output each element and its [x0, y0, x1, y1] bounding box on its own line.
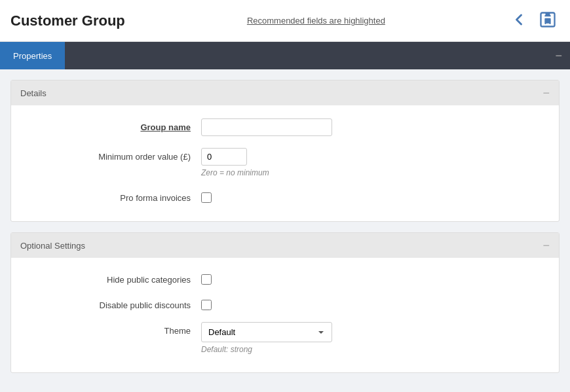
theme-select-wrapper: Default	[201, 322, 539, 342]
details-section-body: Group name Minimum order value (£) Zero …	[11, 105, 559, 221]
tab-bar: Properties −	[0, 42, 570, 69]
back-button[interactable]	[507, 8, 531, 33]
optional-settings-header: Optional Settings −	[11, 233, 559, 258]
header-hint: Recommended fields are highlighted	[247, 16, 385, 26]
group-name-control	[201, 118, 539, 136]
hide-categories-label: Hide public categories	[31, 271, 201, 285]
pro-forma-label: Pro forma invoices	[31, 189, 201, 203]
theme-label: Theme	[31, 322, 201, 336]
group-name-label: Group name	[31, 118, 201, 132]
svg-rect-2	[546, 13, 550, 16]
recommended-text: Recommended	[247, 16, 305, 26]
optional-settings-section: Optional Settings − Hide public categori…	[10, 232, 560, 373]
disable-discounts-row: Disable public discounts	[31, 296, 539, 310]
theme-control: Default Default: strong	[201, 322, 539, 354]
min-order-label: Minimum order value (£)	[31, 148, 201, 162]
tab-properties[interactable]: Properties	[0, 42, 65, 69]
optional-settings-body: Hide public categories Disable public di…	[11, 258, 559, 372]
min-order-hint: Zero = no minimum	[201, 168, 539, 177]
hide-categories-control	[201, 271, 539, 285]
optional-settings-title: Optional Settings	[20, 241, 85, 251]
pro-forma-checkbox[interactable]	[201, 192, 212, 203]
header: Customer Group Recommended fields are hi…	[0, 0, 570, 42]
min-order-row: Minimum order value (£) Zero = no minimu…	[31, 148, 539, 177]
disable-discounts-label: Disable public discounts	[31, 296, 201, 310]
theme-select[interactable]: Default	[201, 322, 332, 342]
page-title: Customer Group	[10, 12, 125, 29]
save-button[interactable]	[536, 8, 560, 33]
main-content: Details − Group name Minimum order value…	[0, 69, 570, 383]
details-section: Details − Group name Minimum order value…	[10, 80, 560, 222]
details-title: Details	[20, 88, 47, 98]
group-name-input[interactable]	[201, 118, 332, 136]
min-order-control: Zero = no minimum	[201, 148, 539, 177]
tab-bar-collapse[interactable]: −	[547, 50, 570, 62]
min-order-input[interactable]	[201, 148, 247, 166]
svg-rect-1	[546, 19, 550, 24]
pro-forma-control	[201, 189, 539, 203]
details-section-header: Details −	[11, 80, 559, 105]
group-name-row: Group name	[31, 118, 539, 136]
pro-forma-row: Pro forma invoices	[31, 189, 539, 203]
optional-settings-collapse[interactable]: −	[542, 240, 550, 251]
hide-categories-row: Hide public categories	[31, 271, 539, 285]
disable-discounts-checkbox[interactable]	[201, 300, 212, 310]
theme-row: Theme Default Default: strong	[31, 322, 539, 354]
disable-discounts-control	[201, 296, 539, 310]
header-actions	[507, 8, 560, 33]
theme-hint: Default: strong	[201, 345, 539, 354]
details-collapse[interactable]: −	[542, 87, 550, 99]
hide-categories-checkbox[interactable]	[201, 274, 212, 285]
